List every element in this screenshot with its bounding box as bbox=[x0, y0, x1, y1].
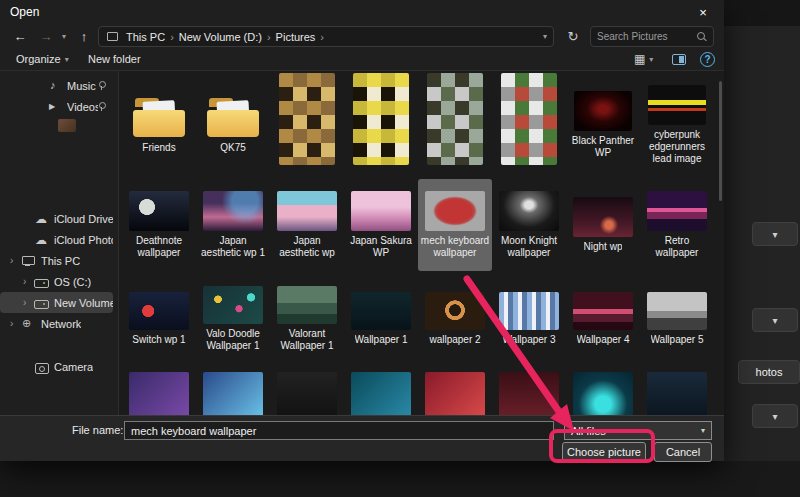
file-item[interactable] bbox=[640, 367, 714, 415]
help-button[interactable]: ? bbox=[700, 52, 715, 67]
file-thumbnail bbox=[425, 191, 485, 231]
file-item[interactable] bbox=[492, 367, 566, 415]
file-item[interactable]: Wallpaper 1 bbox=[344, 271, 418, 367]
file-name-input[interactable] bbox=[124, 421, 554, 440]
sidebar-item-new-volume-d[interactable]: ›New Volume (D bbox=[0, 292, 113, 313]
sidebar-spacer bbox=[0, 334, 118, 356]
breadcrumb-item[interactable]: This PC bbox=[124, 31, 167, 43]
sidebar-item-icloud-drive[interactable]: iCloud Drive bbox=[0, 208, 113, 229]
file-item[interactable] bbox=[418, 71, 492, 179]
file-item[interactable]: Valorant Wallpaper 1 bbox=[270, 271, 344, 367]
file-item[interactable] bbox=[270, 71, 344, 179]
sidebar-item-music[interactable]: Music bbox=[0, 75, 113, 96]
cancel-button[interactable]: Cancel bbox=[654, 442, 712, 462]
file-label: Valorant Wallpaper 1 bbox=[272, 328, 342, 352]
sidebar-item-videos[interactable]: Videos bbox=[0, 96, 113, 117]
breadcrumb-chevron[interactable]: ▾ bbox=[543, 32, 547, 41]
background-dropdown-3[interactable]: ▾ bbox=[752, 404, 798, 428]
chevron-down-icon: ▾ bbox=[701, 426, 705, 435]
background-dropdown-1[interactable]: ▾ bbox=[752, 222, 798, 246]
file-item[interactable]: Japan aesthetic wp bbox=[270, 179, 344, 271]
file-item[interactable] bbox=[566, 367, 640, 415]
file-item-folder[interactable]: Friends bbox=[122, 71, 196, 179]
chevron-right-icon[interactable]: › bbox=[23, 297, 34, 308]
browse-photos-button-partial[interactable]: hotos bbox=[738, 360, 800, 384]
preview-pane-button[interactable] bbox=[672, 48, 686, 70]
file-thumbnail bbox=[499, 191, 559, 231]
file-row: Deathnote wallpaperJapan aesthetic wp 1J… bbox=[122, 179, 724, 271]
organize-button[interactable]: Organize ▾ bbox=[16, 48, 69, 70]
file-item[interactable] bbox=[418, 367, 492, 415]
file-item[interactable]: Japan Sakura WP bbox=[344, 179, 418, 271]
breadcrumb-item[interactable]: Pictures bbox=[274, 31, 318, 43]
file-item[interactable]: Wallpaper 4 bbox=[566, 271, 640, 367]
chevron-right-icon[interactable]: › bbox=[23, 276, 34, 287]
breadcrumb-items: This PC›New Volume (D:)›Pictures› bbox=[124, 31, 327, 43]
background-bottom-strip: Contrast themes Color themes for low vis… bbox=[0, 461, 800, 497]
search-input[interactable] bbox=[597, 31, 696, 42]
sidebar-item-icloud-photos[interactable]: iCloud Photos bbox=[0, 229, 113, 250]
help-icon: ? bbox=[704, 54, 710, 65]
close-button[interactable]: × bbox=[682, 0, 724, 25]
sidebar-item-label: iCloud Drive bbox=[54, 213, 113, 225]
file-label: Moon Knight wallpaper bbox=[494, 235, 564, 259]
refresh-button[interactable]: ↻ bbox=[560, 26, 586, 47]
file-item[interactable] bbox=[492, 71, 566, 179]
chevron-right-icon[interactable]: › bbox=[10, 255, 21, 266]
sidebar-item-label: Camera bbox=[54, 361, 93, 373]
file-item[interactable] bbox=[270, 367, 344, 415]
choose-picture-button[interactable]: Choose picture bbox=[562, 442, 646, 462]
file-item-folder[interactable]: QK75 bbox=[196, 71, 270, 179]
file-type-select[interactable]: All files ▾ bbox=[564, 421, 712, 440]
file-name-label: File name: bbox=[72, 424, 123, 436]
file-item[interactable]: Retro wallpaper bbox=[640, 179, 714, 271]
file-item[interactable] bbox=[196, 367, 270, 415]
forward-button[interactable]: → bbox=[34, 25, 58, 47]
sidebar-item-label: New Volume (D bbox=[54, 297, 113, 309]
background-dropdown-2[interactable]: ▾ bbox=[752, 308, 798, 332]
view-options-button[interactable]: ▦ ▾ bbox=[634, 48, 653, 70]
file-item[interactable]: wallpaper 2 bbox=[418, 271, 492, 367]
file-item[interactable] bbox=[344, 71, 418, 179]
sidebar-item-camera[interactable]: Camera bbox=[0, 356, 113, 377]
file-thumbnail bbox=[501, 73, 557, 165]
file-item[interactable]: Moon Knight wallpaper bbox=[492, 179, 566, 271]
folder-part bbox=[133, 110, 185, 137]
file-item[interactable]: Valo Doodle Wallpaper 1 bbox=[196, 271, 270, 367]
file-item[interactable]: Black Panther WP bbox=[566, 71, 640, 179]
file-item[interactable]: Switch wp 1 bbox=[122, 271, 196, 367]
back-icon: ← bbox=[14, 29, 27, 44]
breadcrumb-item[interactable]: New Volume (D:) bbox=[177, 31, 264, 43]
file-item[interactable] bbox=[344, 367, 418, 415]
file-item[interactable] bbox=[122, 367, 196, 415]
folder-icon bbox=[132, 96, 186, 138]
file-label: Japan aesthetic wp bbox=[272, 235, 342, 259]
file-item[interactable]: Night wp bbox=[566, 179, 640, 271]
command-bar: Organize ▾ New folder ▦ ▾ ? bbox=[0, 48, 724, 71]
file-item[interactable]: Wallpaper 5 bbox=[640, 271, 714, 367]
file-thumbnail bbox=[647, 292, 707, 330]
file-row: Switch wp 1Valo Doodle Wallpaper 1Valora… bbox=[122, 271, 724, 367]
file-thumbnail bbox=[277, 191, 337, 231]
scrollbar-thumb[interactable] bbox=[719, 81, 722, 201]
up-button[interactable]: ↑ bbox=[72, 25, 96, 47]
file-item[interactable]: Wallpaper 3 bbox=[492, 271, 566, 367]
sidebar-item-this-pc[interactable]: ›This PC bbox=[0, 250, 113, 271]
open-dialog: Open × ← → ▾ ↑ This PC›New Volume (D:)›P… bbox=[0, 0, 724, 461]
file-item[interactable]: mech keyboard wallpaper bbox=[418, 179, 492, 271]
file-item[interactable]: Japan aesthetic wp 1 bbox=[196, 179, 270, 271]
new-folder-button[interactable]: New folder bbox=[88, 48, 141, 70]
history-dropdown[interactable]: ▾ bbox=[58, 25, 70, 47]
file-thumbnail bbox=[129, 191, 189, 231]
file-item[interactable]: Deathnote wallpaper bbox=[122, 179, 196, 271]
sidebar-item-network[interactable]: ›Network bbox=[0, 313, 113, 334]
back-button[interactable]: ← bbox=[8, 25, 32, 47]
sidebar-item-os-c-[interactable]: ›OS (C:) bbox=[0, 271, 113, 292]
breadcrumb[interactable]: This PC›New Volume (D:)›Pictures› ▾ bbox=[98, 26, 554, 47]
file-grid: FriendsQK75Black Panther WPcyberpunk edg… bbox=[119, 71, 724, 415]
file-item[interactable]: cyberpunk edgerunners lead image bbox=[640, 71, 714, 179]
file-label: Night wp bbox=[584, 241, 623, 253]
background-settings-window: ▾ ▾ hotos ▾ bbox=[724, 0, 800, 497]
chevron-right-icon[interactable]: › bbox=[10, 318, 21, 329]
file-thumbnail bbox=[499, 292, 559, 330]
